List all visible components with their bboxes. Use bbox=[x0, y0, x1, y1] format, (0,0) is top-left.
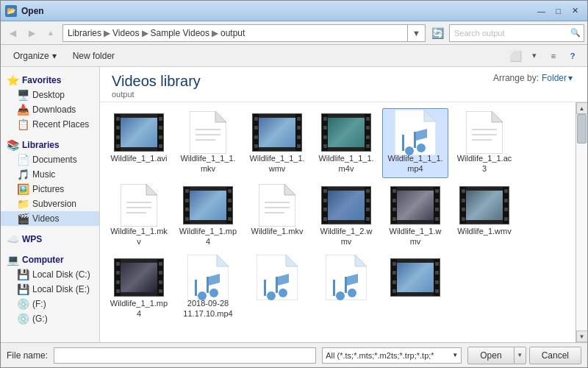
sidebar-item-drive-f[interactable]: 💿 (F:) bbox=[1, 297, 99, 311]
filetype-value: All (*.ts;*.mts;*.m2ts;*.trp;*.tp;* bbox=[326, 351, 434, 360]
svg-rect-36 bbox=[276, 277, 278, 293]
pictures-label: Pictures bbox=[32, 184, 64, 194]
sidebar-item-documents[interactable]: 📄 Documents bbox=[1, 152, 99, 167]
favorites-section: ⭐ Favorites 🖥️ Desktop 📥 Downloads 📋 Rec… bbox=[1, 73, 99, 132]
file-icon bbox=[182, 257, 234, 298]
pictures-icon: 🖼️ bbox=[17, 183, 29, 195]
subversion-label: Subversion bbox=[32, 199, 76, 209]
svg-point-7 bbox=[417, 144, 426, 152]
favorites-icon: ⭐ bbox=[7, 74, 19, 86]
open-button[interactable]: Open bbox=[467, 347, 514, 364]
cancel-button[interactable]: Cancel bbox=[529, 347, 581, 364]
refresh-button[interactable]: 🔄 bbox=[429, 24, 446, 42]
file-item[interactable]: Wildlife_1_1.avi bbox=[106, 108, 172, 178]
file-icon bbox=[113, 112, 165, 153]
wps-header[interactable]: ☁️ WPS bbox=[1, 232, 99, 247]
search-button[interactable]: 🔍 bbox=[567, 24, 584, 42]
file-name: Wildlife_1_1.ac3 bbox=[455, 153, 514, 174]
main-area: ⭐ Favorites 🖥️ Desktop 📥 Downloads 📋 Rec… bbox=[1, 67, 587, 342]
up-button[interactable]: ▲ bbox=[42, 24, 60, 42]
filename-input[interactable] bbox=[54, 347, 316, 364]
sidebar-item-drive-g[interactable]: 💿 (G:) bbox=[1, 311, 99, 326]
svg-rect-37 bbox=[264, 280, 266, 296]
file-icon bbox=[251, 185, 303, 226]
breadcrumb-sample-videos[interactable]: Sample Videos bbox=[149, 28, 212, 38]
view-dropdown-button[interactable]: ▾ bbox=[526, 47, 543, 65]
file-item[interactable] bbox=[313, 253, 379, 323]
details-view-button[interactable]: ≡ bbox=[545, 47, 562, 65]
file-item[interactable]: Wildlife_1_2.wmv bbox=[313, 181, 379, 251]
sidebar-item-recent-places[interactable]: 📋 Recent Places bbox=[1, 117, 99, 132]
preview-view-button[interactable]: ⬜ bbox=[506, 47, 524, 65]
file-icon bbox=[182, 185, 234, 226]
favorites-label: Favorites bbox=[22, 75, 61, 85]
back-button[interactable]: ◀ bbox=[4, 24, 21, 42]
doc-icon-svg bbox=[190, 111, 226, 154]
music-label: Music bbox=[32, 169, 55, 180]
files-grid: Wildlife_1_1.avi bbox=[106, 108, 570, 323]
sidebar-item-subversion[interactable]: 📁 Subversion bbox=[1, 197, 99, 211]
open-dropdown-button[interactable]: ▼ bbox=[514, 347, 526, 364]
svg-marker-27 bbox=[217, 255, 229, 266]
scroll-track[interactable] bbox=[576, 114, 587, 330]
file-item-selected[interactable]: Wildlife_1_1_1.mp4 bbox=[382, 108, 448, 178]
vertical-scrollbar[interactable]: ▲ ▼ bbox=[576, 102, 587, 342]
file-item[interactable]: Wildlife_1_1.wmv bbox=[382, 181, 448, 251]
new-folder-button[interactable]: New folder bbox=[66, 47, 121, 65]
file-item[interactable]: Wildlife_1_1_1.m4v bbox=[313, 108, 379, 178]
file-item[interactable]: Wildlife_1_1.ac3 bbox=[451, 108, 517, 178]
sidebar-item-music[interactable]: 🎵 Music bbox=[1, 167, 99, 182]
libraries-header[interactable]: 📚 Libraries bbox=[1, 138, 99, 152]
sidebar-item-downloads[interactable]: 📥 Downloads bbox=[1, 102, 99, 117]
help-button[interactable]: ? bbox=[564, 47, 581, 65]
computer-header[interactable]: 💻 Computer bbox=[1, 252, 99, 267]
maximize-button[interactable]: □ bbox=[551, 3, 566, 18]
breadcrumb-videos[interactable]: Videos bbox=[111, 28, 140, 38]
disk-e-icon: 💾 bbox=[17, 283, 29, 295]
file-item[interactable]: Wildlife_1.mkv bbox=[244, 181, 310, 251]
file-item[interactable]: Wildlife_1_1.mp4 bbox=[106, 253, 172, 323]
scroll-up-button[interactable]: ▲ bbox=[576, 102, 588, 114]
minimize-button[interactable]: — bbox=[534, 3, 549, 18]
new-folder-label: New folder bbox=[73, 51, 115, 61]
file-item[interactable]: Wildlife_1_1_1.wmv bbox=[244, 108, 310, 178]
filetype-select[interactable]: All (*.ts;*.mts;*.m2ts;*.trp;*.tp;* ▼ bbox=[322, 347, 462, 364]
file-item[interactable] bbox=[382, 253, 448, 323]
address-input[interactable]: Libraries ▶ Videos ▶ Sample Videos ▶ out… bbox=[62, 24, 408, 42]
scroll-thumb[interactable] bbox=[577, 114, 587, 144]
sidebar-item-desktop[interactable]: 🖥️ Desktop bbox=[1, 88, 99, 102]
sidebar-item-videos[interactable]: 🎬 Videos bbox=[1, 211, 99, 226]
drive-g-icon: 💿 bbox=[17, 313, 29, 325]
file-item[interactable]: Wildlife_1_1_1.mkv bbox=[175, 108, 241, 178]
sidebar-item-disk-e[interactable]: 💾 Local Disk (E:) bbox=[1, 282, 99, 297]
videos-icon: 🎬 bbox=[17, 213, 29, 224]
organize-button[interactable]: Organize ▾ bbox=[7, 47, 63, 65]
file-item[interactable] bbox=[244, 253, 310, 323]
downloads-label: Downloads bbox=[32, 105, 76, 115]
close-button[interactable]: ✕ bbox=[567, 3, 583, 18]
svg-rect-30 bbox=[207, 277, 209, 293]
disk-c-icon: 💾 bbox=[17, 269, 29, 280]
sidebar-item-disk-c[interactable]: 💾 Local Disk (C:) bbox=[1, 267, 99, 282]
audio-icon-svg bbox=[326, 255, 367, 300]
file-item[interactable]: 2018-09-28 11.17.10.mp4 bbox=[175, 253, 241, 323]
file-item[interactable]: Wildlife_1.wmv bbox=[451, 181, 517, 251]
computer-section: 💻 Computer 💾 Local Disk (C:) 💾 Local Dis… bbox=[1, 252, 99, 326]
scroll-down-button[interactable]: ▼ bbox=[576, 330, 588, 342]
sidebar-item-pictures[interactable]: 🖼️ Pictures bbox=[1, 182, 99, 197]
favorites-header[interactable]: ⭐ Favorites bbox=[1, 73, 99, 88]
arrange-by-button[interactable]: Folder ▾ bbox=[542, 73, 573, 83]
address-dropdown[interactable]: ▼ bbox=[408, 24, 426, 42]
breadcrumb-libraries[interactable]: Libraries bbox=[66, 28, 103, 38]
video-thumbnail bbox=[114, 113, 164, 152]
doc-icon-svg bbox=[466, 111, 503, 154]
file-item[interactable]: Wildlife_1_1.mkv bbox=[106, 181, 172, 251]
file-name: Wildlife_1_2.wmv bbox=[317, 226, 376, 247]
svg-marker-12 bbox=[492, 111, 503, 122]
recent-places-label: Recent Places bbox=[32, 119, 89, 130]
search-input[interactable]: Search output bbox=[449, 24, 567, 42]
forward-button[interactable]: ▶ bbox=[23, 24, 40, 42]
svg-point-35 bbox=[267, 291, 276, 300]
files-area[interactable]: Wildlife_1_1.avi bbox=[100, 102, 576, 342]
file-item[interactable]: Wildlife_1_1.mp4 bbox=[175, 181, 241, 251]
